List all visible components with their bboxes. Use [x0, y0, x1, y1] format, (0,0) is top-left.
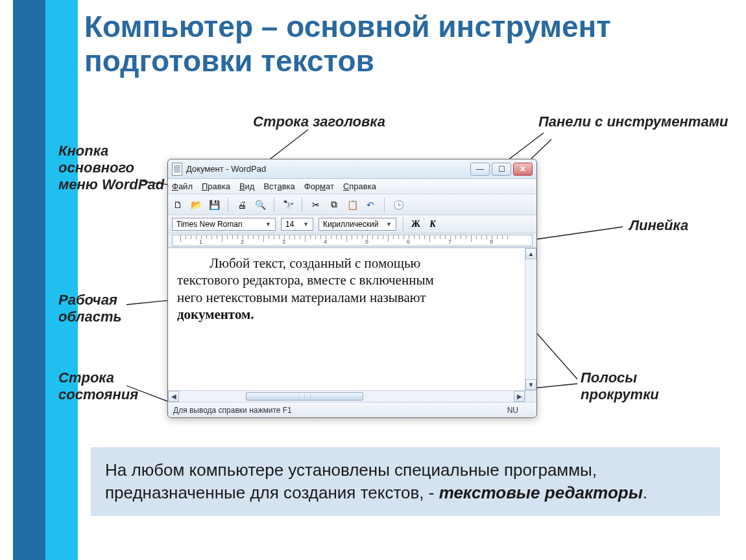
- sidebar-stripe-light: [45, 0, 78, 560]
- menu-format-label: ат: [326, 181, 334, 191]
- vertical-scrollbar[interactable]: ▲ ▼: [525, 248, 536, 390]
- scroll-left-button[interactable]: ◀: [168, 391, 179, 402]
- status-help-text: Для вывода справки нажмите F1: [173, 406, 292, 415]
- ruler[interactable]: 12345678: [172, 235, 533, 246]
- scroll-down-button[interactable]: ▼: [525, 379, 536, 390]
- ruler-number: 8: [490, 239, 493, 245]
- window-title: Документ - WordPad: [186, 164, 470, 174]
- print-icon[interactable]: 🖨: [236, 199, 248, 211]
- paste-icon[interactable]: 📋: [346, 199, 358, 211]
- callout-title-bar: Строка заголовка: [253, 113, 385, 130]
- scroll-corner: [525, 391, 536, 402]
- scroll-right-button[interactable]: ▶: [514, 391, 525, 402]
- menu-file[interactable]: Файл: [172, 181, 193, 191]
- cut-icon[interactable]: ✂: [310, 199, 322, 211]
- chevron-down-icon: ▼: [303, 221, 309, 228]
- status-bar: Для вывода справки нажмите F1 NU: [168, 402, 536, 417]
- toolbar-separator: [302, 198, 302, 212]
- ruler-number: 7: [448, 239, 451, 245]
- menu-view-label: ид: [245, 181, 255, 191]
- copy-icon[interactable]: ⧉: [328, 199, 340, 211]
- new-file-icon[interactable]: 🗋: [172, 199, 184, 211]
- chevron-down-icon: ▼: [386, 221, 392, 228]
- svg-line-4: [532, 227, 623, 240]
- italic-button[interactable]: К: [427, 218, 439, 230]
- doc-line-4: документом.: [177, 307, 254, 322]
- callout-status-bar: Строка состояния: [58, 369, 143, 403]
- minimize-button[interactable]: —: [470, 163, 490, 176]
- sidebar-stripe-dark: [13, 0, 45, 560]
- font-size-value: 14: [285, 220, 294, 229]
- status-mode: NU: [507, 406, 531, 415]
- ruler-number: 3: [282, 239, 285, 245]
- toolbar-separator: [384, 198, 385, 212]
- font-select[interactable]: Times New Roman ▼: [172, 218, 276, 231]
- menu-edit[interactable]: Правка: [202, 181, 230, 191]
- callout-workarea: Рабочая область: [58, 292, 143, 325]
- chevron-down-icon: ▼: [265, 221, 271, 228]
- footer-text-post: .: [643, 483, 647, 502]
- toolbar-separator: [403, 217, 403, 231]
- datetime-icon[interactable]: 🕒: [392, 199, 404, 211]
- toolbar-separator: [228, 198, 228, 212]
- hscroll-track[interactable]: ⋮⋮⋮: [179, 391, 514, 402]
- window-buttons: — ☐ ✕: [470, 163, 533, 176]
- undo-icon[interactable]: ↶: [365, 199, 376, 211]
- doc-line-2: текстового редактора, вместе с включенны…: [177, 272, 434, 288]
- find-icon[interactable]: 🔭: [282, 199, 294, 211]
- ruler-number: 2: [241, 239, 244, 245]
- doc-line-3: него нетекстовыми материалами называют: [177, 290, 426, 305]
- maximize-button[interactable]: ☐: [492, 163, 511, 176]
- hscroll-thumb[interactable]: ⋮⋮⋮: [246, 392, 363, 401]
- menu-edit-label: равка: [208, 181, 230, 191]
- close-button[interactable]: ✕: [513, 163, 533, 176]
- menu-insert-label: вка: [282, 181, 295, 191]
- menu-help-label: правка: [349, 181, 376, 191]
- callout-main-menu-button: Кнопка основного меню WordPad: [58, 143, 169, 193]
- callout-tool-panels: Панели с инструментами: [538, 113, 733, 130]
- script-select[interactable]: Кириллический ▼: [319, 218, 396, 231]
- document-icon: [172, 163, 182, 176]
- menu-help[interactable]: Справка: [343, 181, 376, 191]
- document-text[interactable]: Любой текст, созданный с помощью текстов…: [168, 248, 525, 390]
- document-area: Любой текст, созданный с помощью текстов…: [168, 248, 536, 390]
- open-icon[interactable]: 📂: [190, 199, 202, 211]
- menu-format[interactable]: Формат: [304, 181, 334, 191]
- ruler-frame: 12345678: [168, 233, 536, 248]
- ruler-number: 5: [365, 239, 368, 245]
- menu-bar: Файл Правка Вид Вставка Формат Справка: [168, 179, 536, 194]
- footer-note: На любом компьютере установлены специаль…: [91, 447, 720, 516]
- wordpad-window: Документ - WordPad — ☐ ✕ Файл Правка Вид…: [167, 159, 537, 418]
- toolbar-separator: [274, 198, 274, 212]
- scroll-up-button[interactable]: ▲: [525, 248, 536, 259]
- ruler-number: 1: [199, 239, 202, 245]
- callout-ruler: Линейка: [629, 217, 688, 234]
- font-select-value: Times New Roman: [176, 220, 243, 229]
- title-bar[interactable]: Документ - WordPad — ☐ ✕: [168, 159, 536, 179]
- slide-title: Компьютер – основной инструмент подготов…: [84, 10, 733, 78]
- footer-emphasis: текстовые редакторы: [439, 483, 643, 502]
- horizontal-scrollbar[interactable]: ◀ ⋮⋮⋮ ▶: [168, 390, 536, 402]
- ruler-number: 4: [324, 239, 327, 245]
- font-size-select[interactable]: 14 ▼: [281, 218, 313, 231]
- bold-button[interactable]: Ж: [410, 218, 422, 230]
- preview-icon[interactable]: 🔍: [254, 199, 266, 211]
- format-toolbar: Times New Roman ▼ 14 ▼ Кириллический ▼ Ж…: [168, 215, 536, 233]
- script-value: Кириллический: [323, 220, 378, 229]
- menu-file-label: айл: [178, 181, 193, 191]
- menu-insert[interactable]: Вставка: [263, 181, 295, 191]
- save-icon[interactable]: 💾: [208, 199, 220, 211]
- vscroll-track[interactable]: [525, 259, 536, 379]
- ruler-number: 6: [407, 239, 410, 245]
- doc-line-1: Любой текст, созданный с помощью: [210, 255, 420, 271]
- callout-scrollbars: Полосы прокрутки: [581, 369, 678, 403]
- menu-view[interactable]: Вид: [239, 181, 255, 191]
- standard-toolbar: 🗋 📂 💾 🖨 🔍 🔭 ✂ ⧉ 📋 ↶ 🕒: [168, 194, 536, 215]
